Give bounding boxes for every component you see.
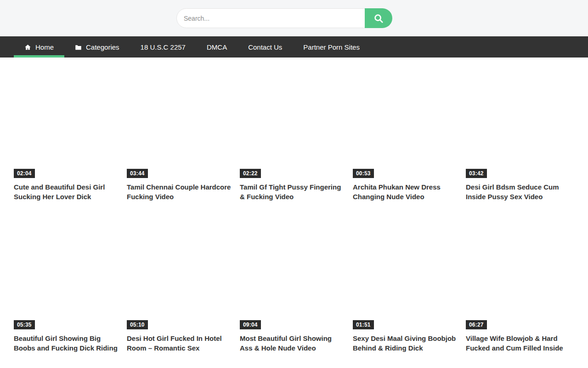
duration-badge: 03:44 <box>127 169 148 178</box>
video-card: 02:22 Tamil Gf Tight Pussy Fingering & F… <box>240 67 345 201</box>
duration-badge: 02:22 <box>240 169 261 178</box>
duration-badge: 00:53 <box>353 169 374 178</box>
home-icon <box>24 44 31 51</box>
video-thumbnail[interactable]: 03:42 <box>466 67 571 179</box>
search-button[interactable] <box>365 8 392 28</box>
duration-badge: 05:10 <box>127 320 148 329</box>
duration-badge: 05:35 <box>14 320 35 329</box>
video-card: 00:53 Archita Phukan New Dress Changing … <box>353 67 458 201</box>
nav-item-contact-us[interactable]: Contact Us <box>237 36 293 58</box>
duration-badge: 02:04 <box>14 169 35 178</box>
nav-item-home[interactable]: Home <box>14 36 64 58</box>
duration-badge: 06:27 <box>466 320 487 329</box>
video-thumbnail[interactable]: 06:27 <box>466 218 571 331</box>
video-title-link[interactable]: Cute and Beautiful Desi Girl Sucking Her… <box>14 182 119 201</box>
nav-item-categories[interactable]: Categories <box>64 36 130 58</box>
video-card: 01:51 Sexy Desi Maal Giving Boobjob Behi… <box>353 218 458 353</box>
video-card: 05:35 Beautiful Girl Showing Big Boobs a… <box>14 218 119 353</box>
nav-item-18-u-s-c-2257[interactable]: 18 U.S.C 2257 <box>130 36 196 58</box>
duration-badge: 01:51 <box>353 320 374 329</box>
nav-item-label: 18 U.S.C 2257 <box>141 43 186 51</box>
video-title-link[interactable]: Tamil Gf Tight Pussy Fingering & Fucking… <box>240 182 345 201</box>
video-card: 02:04 Cute and Beautiful Desi Girl Sucki… <box>14 67 119 201</box>
duration-badge: 09:04 <box>240 320 261 329</box>
video-title-link[interactable]: Tamil Chennai Couple Hardcore Fucking Vi… <box>127 182 232 201</box>
video-thumbnail[interactable]: 05:35 <box>14 218 119 331</box>
video-thumbnail[interactable]: 05:10 <box>127 218 232 331</box>
video-card: 09:04 Most Beautiful Girl Showing Ass & … <box>240 218 345 353</box>
search-icon <box>373 13 384 23</box>
video-card: 03:44 Tamil Chennai Couple Hardcore Fuck… <box>127 67 232 201</box>
nav-item-label: Partner Porn Sites <box>303 43 360 51</box>
video-grid: 02:04 Cute and Beautiful Desi Girl Sucki… <box>0 58 588 368</box>
nav-item-label: Categories <box>86 43 119 51</box>
search-input[interactable] <box>176 8 374 28</box>
nav-item-label: Home <box>35 43 54 51</box>
top-search-section <box>0 0 588 36</box>
video-title-link[interactable]: Desi Hot Girl Fucked In Hotel Room – Rom… <box>127 334 232 353</box>
nav-item-label: Contact Us <box>248 43 282 51</box>
video-thumbnail[interactable]: 02:04 <box>14 67 119 179</box>
video-thumbnail[interactable]: 02:22 <box>240 67 345 179</box>
video-title-link[interactable]: Most Beautiful Girl Showing Ass & Hole N… <box>240 334 345 353</box>
video-thumbnail[interactable]: 09:04 <box>240 218 345 331</box>
video-title-link[interactable]: Beautiful Girl Showing Big Boobs and Fuc… <box>14 334 119 353</box>
video-title-link[interactable]: Village Wife Blowjob & Hard Fucked and C… <box>466 334 571 353</box>
video-title-link[interactable]: Desi Girl Bdsm Seduce Cum Inside Pussy S… <box>466 182 571 201</box>
video-card: 03:42 Desi Girl Bdsm Seduce Cum Inside P… <box>466 67 571 201</box>
main-nav: Home Categories 18 U.S.C 2257 <box>0 36 588 58</box>
duration-badge: 03:42 <box>466 169 487 178</box>
video-title-link[interactable]: Archita Phukan New Dress Changing Nude V… <box>353 182 458 201</box>
nav-item-label: DMCA <box>207 43 227 51</box>
video-card: 06:27 Village Wife Blowjob & Hard Fucked… <box>466 218 571 353</box>
folder-icon <box>75 44 82 51</box>
video-card: 05:10 Desi Hot Girl Fucked In Hotel Room… <box>127 218 232 353</box>
search-form <box>176 8 392 28</box>
video-thumbnail[interactable]: 01:51 <box>353 218 458 331</box>
video-thumbnail[interactable]: 03:44 <box>127 67 232 179</box>
nav-item-dmca[interactable]: DMCA <box>196 36 237 58</box>
nav-item-partner-porn-sites[interactable]: Partner Porn Sites <box>293 36 370 58</box>
video-title-link[interactable]: Sexy Desi Maal Giving Boobjob Behind & R… <box>353 334 458 353</box>
video-thumbnail[interactable]: 00:53 <box>353 67 458 179</box>
